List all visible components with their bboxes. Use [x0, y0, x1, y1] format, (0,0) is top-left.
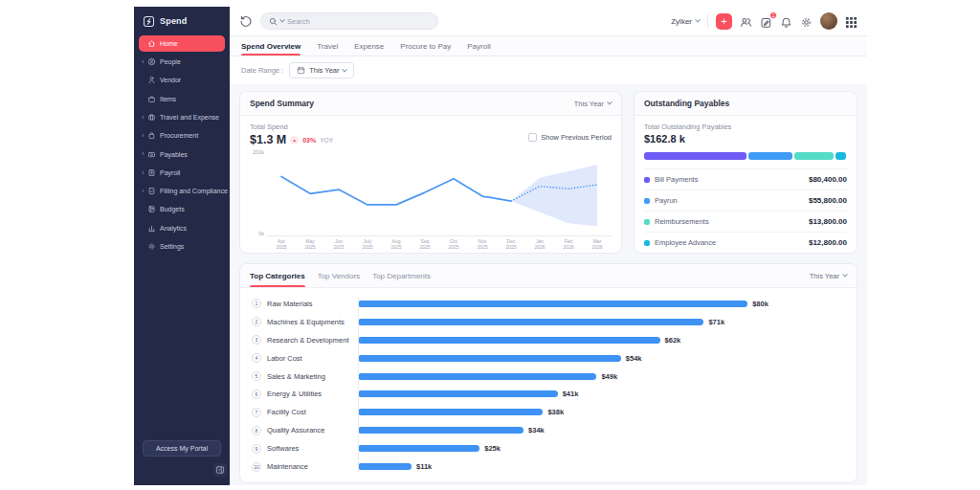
- category-label: Energy & Utilities: [267, 390, 358, 398]
- category-row-quality-assurance: 8Quality Assurance$34k: [252, 421, 845, 439]
- bar-value-label: $41k: [563, 390, 579, 398]
- user-avatar[interactable]: [820, 12, 837, 30]
- chevron-down-icon: [842, 272, 848, 278]
- category-row-energy-utilities: 6Energy & Utilities$41k: [252, 386, 845, 404]
- category-row-labor-cost: 4Labor Cost$54k: [252, 349, 845, 368]
- sidebar-item-payroll[interactable]: ›Payroll: [139, 165, 225, 181]
- apps-grid-icon[interactable]: [845, 15, 858, 28]
- date-range-label: Date Range :: [241, 66, 283, 75]
- search-input[interactable]: [287, 17, 430, 26]
- payables-segment-reimbursements: [794, 152, 834, 160]
- period-dropdown[interactable]: This Year: [574, 100, 612, 108]
- spend-line-chart: 200k 0k Apr2025May2025Jun2025July2025Aug…: [250, 151, 612, 249]
- metric-value-row: $1.3 M ▲ 03% YOY: [250, 133, 333, 146]
- bar-chart-axis-line: [358, 298, 359, 473]
- x-axis-label: Apr2025: [267, 236, 296, 249]
- search-scope-chevron-icon[interactable]: [279, 16, 285, 22]
- payables-segment-bill-payments: [644, 152, 746, 160]
- show-previous-period-control[interactable]: Show Previous Period: [528, 133, 612, 142]
- sidebar-item-budgets[interactable]: ›Budgets: [139, 202, 225, 218]
- users-icon[interactable]: [740, 15, 752, 28]
- category-label: Facility Cost: [267, 408, 358, 416]
- bar-track: $80k: [358, 300, 845, 308]
- sidebar-item-label: Vendor: [160, 77, 181, 83]
- sidebar-item-home[interactable]: ›Home: [139, 35, 225, 52]
- sidebar-item-people[interactable]: ›People: [139, 54, 225, 70]
- rank-badge: 5: [252, 371, 261, 381]
- legend-amount: $80,400.00: [809, 175, 847, 184]
- tab-spend-overview[interactable]: Spend Overview: [241, 36, 301, 56]
- search-icon: [269, 17, 278, 26]
- legend-row-reimbursements: Reimbursements$13,800.00: [644, 212, 847, 233]
- period-dropdown[interactable]: This Year: [810, 272, 847, 280]
- payables-segment-payrun: [748, 152, 792, 160]
- sidebar-item-travel-and-expense[interactable]: ›Travel and Expense: [139, 109, 225, 125]
- x-axis-label: Nov2025: [468, 236, 497, 249]
- bar-value-label: $49k: [601, 372, 617, 381]
- rank-badge: 9: [252, 444, 261, 454]
- main-area: Zylker + 1: [230, 7, 867, 485]
- gear-icon[interactable]: [800, 15, 813, 28]
- chevron-right-icon: ›: [142, 188, 146, 195]
- sidebar-item-procurement[interactable]: ›Procurement: [139, 127, 225, 144]
- bell-icon[interactable]: [780, 15, 792, 28]
- show-previous-period-checkbox[interactable]: [528, 133, 537, 142]
- sidebar-item-label: Filling and Compliance: [160, 188, 228, 194]
- announcements-icon[interactable]: 1: [760, 15, 772, 28]
- collapse-sidebar-icon[interactable]: [213, 463, 227, 477]
- chevron-down-icon: [343, 66, 348, 72]
- filing-compliance-icon: [147, 187, 156, 195]
- sidebar-item-analytics[interactable]: ›Analytics: [139, 220, 225, 236]
- panel-tab-top-categories[interactable]: Top Categories: [250, 264, 305, 287]
- home-icon: [147, 39, 156, 48]
- tab-payroll[interactable]: Payroll: [467, 36, 490, 56]
- bar-track: $25k: [358, 444, 845, 453]
- topbar-divider: [707, 14, 708, 28]
- change-percent: 03%: [302, 137, 316, 144]
- analytics-icon: [147, 224, 156, 233]
- payables-segment-employee-advance: [835, 152, 846, 160]
- sidebar-item-vendor[interactable]: ›Vendor: [139, 73, 225, 89]
- legend-amount: $13,800.00: [809, 217, 847, 226]
- summary-row: Spend Summary This Year Total Spend: [239, 91, 858, 254]
- tab-expense[interactable]: Expense: [354, 36, 384, 56]
- notification-badge: 1: [769, 11, 777, 19]
- tab-procure-to-pay[interactable]: Procure to Pay: [400, 36, 451, 56]
- y-axis-tick: 0k: [258, 231, 264, 236]
- category-row-softwares: 9Softwares$25k: [252, 439, 845, 457]
- app-logo[interactable]: Spend: [134, 7, 230, 33]
- date-range-button[interactable]: This Year: [289, 62, 354, 78]
- panel-tabs: Top CategoriesTop VendorsTop Departments: [250, 264, 431, 287]
- bar-value-label: $62k: [665, 336, 681, 345]
- legend-bullet: [644, 177, 650, 183]
- org-dropdown[interactable]: Zylker: [671, 17, 700, 26]
- outstanding-payables-header: Outstanding Payables: [635, 92, 857, 116]
- total-payables-label: Total Outstanding Payables: [644, 122, 847, 131]
- search-box[interactable]: [260, 12, 438, 30]
- sidebar-item-items[interactable]: ›Items: [139, 91, 225, 107]
- date-range-value: This Year: [309, 66, 339, 75]
- tab-travel[interactable]: Travel: [317, 36, 338, 56]
- quick-add-button[interactable]: +: [716, 13, 732, 30]
- total-spend-value: $1.3 M: [250, 133, 286, 146]
- page-tabs: Spend OverviewTravelExpenseProcure to Pa…: [230, 36, 867, 56]
- rank-badge: 3: [252, 335, 261, 345]
- app-title: Spend: [160, 16, 188, 26]
- category-label: Sales & Marketing: [267, 372, 358, 381]
- category-label: Labor Cost: [267, 354, 358, 363]
- sidebar-item-filling-and-compliance[interactable]: ›Filling and Compliance: [139, 183, 225, 199]
- panel-tab-top-departments[interactable]: Top Departments: [372, 264, 431, 287]
- sidebar-item-label: Payables: [160, 151, 188, 158]
- category-label: Maintenance: [267, 462, 358, 471]
- spend-app-window: Spend ›Home›People›Vendor›Items›Travel a…: [134, 7, 867, 485]
- recent-history-icon[interactable]: [239, 14, 253, 28]
- sidebar: Spend ›Home›People›Vendor›Items›Travel a…: [134, 7, 230, 485]
- sidebar-item-settings[interactable]: ›Settings: [139, 238, 225, 255]
- category-label: Research & Development: [267, 336, 358, 345]
- x-axis-label: Aug2025: [382, 236, 411, 249]
- access-my-portal-button[interactable]: Access My Portal: [143, 440, 221, 457]
- panel-tab-top-vendors[interactable]: Top Vendors: [318, 264, 360, 287]
- vendor-icon: [147, 76, 156, 84]
- sidebar-item-payables[interactable]: ›Payables: [139, 146, 225, 163]
- chevron-down-icon: [695, 17, 701, 23]
